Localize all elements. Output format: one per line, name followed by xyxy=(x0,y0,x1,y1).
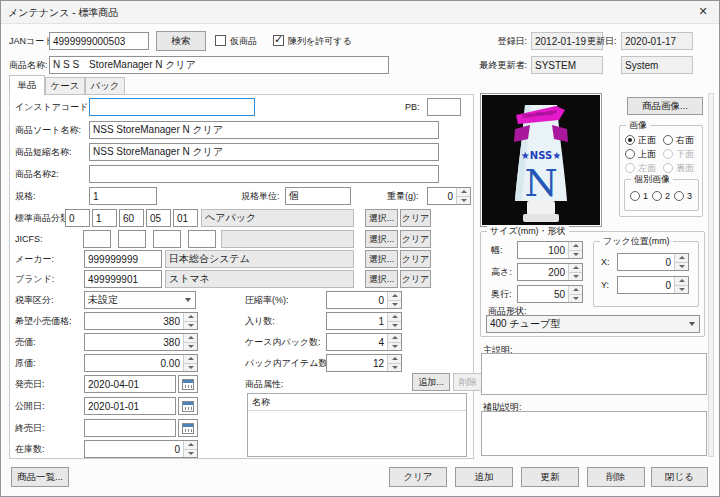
jan-code-input[interactable]: 4999999000503 xyxy=(49,32,149,50)
spinner-arrows-icon[interactable] xyxy=(183,355,197,371)
pb-input[interactable] xyxy=(427,98,461,116)
stock-stepper[interactable]: 0 xyxy=(84,440,198,458)
hook-x-stepper[interactable]: 0 xyxy=(617,253,689,271)
spinner-arrows-icon[interactable] xyxy=(568,264,582,280)
std-class-select-button[interactable]: 選択... xyxy=(365,209,398,227)
std-class-name: ヘアパック xyxy=(201,209,354,227)
release-date-calendar-button[interactable] xyxy=(178,375,198,393)
height-label: 高さ: xyxy=(491,265,512,279)
short-name-input[interactable]: NSS StoreManager N クリア xyxy=(89,143,439,161)
delete-button[interactable]: 削除 xyxy=(587,467,645,487)
height-stepper[interactable]: 200 xyxy=(517,263,583,281)
tab-pack[interactable]: パック xyxy=(85,77,125,95)
cost-stepper[interactable]: 0.00 xyxy=(84,354,198,372)
update-button[interactable]: 更新 xyxy=(521,467,579,487)
jicfs-code-2[interactable] xyxy=(118,230,146,248)
std-class-code-4[interactable]: 05 xyxy=(146,209,171,227)
product-list-button[interactable]: 商品一覧... xyxy=(11,467,69,487)
scrollbar[interactable] xyxy=(708,93,714,457)
spinner-arrows-icon[interactable] xyxy=(568,242,582,258)
msrp-stepper[interactable]: 380 xyxy=(84,312,198,330)
std-class-code-3[interactable]: 60 xyxy=(119,209,144,227)
tab-tanpin[interactable]: 単品 xyxy=(9,75,45,96)
std-class-code-2[interactable]: 1 xyxy=(92,209,117,227)
open-date-calendar-button[interactable] xyxy=(178,397,198,415)
compress-stepper[interactable]: 0 xyxy=(326,291,402,309)
spinner-arrows-icon[interactable] xyxy=(674,254,688,270)
maintenance-dialog: メンテナンス - 標準商品 ✕ JANコード: 4999999000503 検索… xyxy=(0,0,720,497)
spinner-arrows-icon[interactable] xyxy=(183,334,197,350)
attribute-add-button[interactable]: 追加... xyxy=(412,373,450,391)
tab-case[interactable]: ケース xyxy=(45,77,85,95)
price-label: 売価: xyxy=(15,335,36,349)
radio-icon xyxy=(625,163,635,173)
sub-desc-textarea[interactable] xyxy=(481,411,707,456)
brand-clear-button[interactable]: クリア xyxy=(400,270,431,288)
spinner-arrows-icon[interactable] xyxy=(387,313,401,329)
allow-display-checkbox[interactable] xyxy=(273,35,284,46)
jicfs-select-button[interactable]: 選択... xyxy=(365,230,398,248)
product-image-button[interactable]: 商品画像... xyxy=(627,97,703,115)
clear-button[interactable]: クリア xyxy=(389,467,447,487)
jicfs-code-3[interactable] xyxy=(153,230,181,248)
spinner-arrows-icon[interactable] xyxy=(183,313,197,329)
spec-unit-input[interactable]: 個 xyxy=(285,187,351,205)
release-date-input[interactable]: 2020-04-01 xyxy=(84,375,176,393)
brand-code-input[interactable]: 499999901 xyxy=(84,270,162,288)
spinner-arrows-icon[interactable] xyxy=(387,334,401,350)
jicfs-code-1[interactable] xyxy=(83,230,111,248)
spinner-arrows-icon[interactable] xyxy=(387,292,401,308)
add-button[interactable]: 追加 xyxy=(455,467,513,487)
casepack-stepper[interactable]: 4 xyxy=(326,333,402,351)
temp-product-checkbox[interactable] xyxy=(215,35,226,46)
maker-code-input[interactable]: 999999999 xyxy=(84,250,162,268)
hook-position-group-label: フック位置(mm) xyxy=(600,235,673,248)
individual-2-radio[interactable]: 2 xyxy=(652,190,670,202)
maker-clear-button[interactable]: クリア xyxy=(400,250,431,268)
view-top-radio[interactable]: 上面 xyxy=(625,148,656,160)
attribute-remove-button[interactable]: 削除 xyxy=(453,373,483,391)
spinner-arrows-icon[interactable] xyxy=(387,355,401,371)
view-right-radio[interactable]: 右面 xyxy=(663,134,694,146)
close-button[interactable]: 閉じる xyxy=(651,467,708,487)
spinner-arrows-icon[interactable] xyxy=(674,277,688,293)
tube-nss-text: ★NSS★ xyxy=(521,150,561,161)
name2-label: 商品名称2: xyxy=(15,167,59,181)
width-stepper[interactable]: 100 xyxy=(517,241,583,259)
name2-input[interactable] xyxy=(89,165,439,183)
weight-stepper[interactable]: 0 xyxy=(427,187,471,205)
spinner-arrows-icon[interactable] xyxy=(456,188,470,204)
view-front-radio[interactable]: 正面 xyxy=(625,134,656,146)
individual-3-radio[interactable]: 3 xyxy=(674,190,692,202)
spinner-arrows-icon[interactable] xyxy=(183,441,197,457)
jicfs-clear-button[interactable]: クリア xyxy=(400,230,431,248)
sort-name-input[interactable]: NSS StoreManager N クリア xyxy=(89,121,439,139)
std-class-code-5[interactable]: 01 xyxy=(173,209,198,227)
std-class-code-1[interactable]: 0 xyxy=(65,209,90,227)
tax-type-select[interactable]: 未設定 xyxy=(84,291,196,309)
std-class-clear-button[interactable]: クリア xyxy=(400,209,431,227)
depth-stepper[interactable]: 50 xyxy=(517,285,583,303)
product-name-input[interactable]: N S S StoreManager N クリア xyxy=(49,56,389,74)
open-date-input[interactable]: 2020-01-01 xyxy=(84,397,176,415)
price-stepper[interactable]: 380 xyxy=(84,333,198,351)
individual-1-radio[interactable]: 1 xyxy=(630,190,648,202)
brand-select-button[interactable]: 選択... xyxy=(365,270,398,288)
jicfs-code-4[interactable] xyxy=(188,230,216,248)
search-button[interactable]: 検索 xyxy=(156,31,206,51)
packitem-stepper[interactable]: 12 xyxy=(326,354,402,372)
qty-stepper[interactable]: 1 xyxy=(326,312,402,330)
close-icon[interactable]: ✕ xyxy=(687,1,719,22)
spinner-arrows-icon[interactable] xyxy=(568,286,582,302)
shape-select[interactable]: 400 チューブ型 xyxy=(486,315,700,333)
hook-y-stepper[interactable]: 0 xyxy=(617,276,689,294)
attribute-table[interactable]: 名称 xyxy=(247,393,467,457)
main-desc-textarea[interactable] xyxy=(481,353,707,395)
spec-input[interactable]: 1 xyxy=(89,187,157,205)
end-date-calendar-button[interactable] xyxy=(178,419,198,437)
size-shape-group-label: サイズ(mm)・形状 xyxy=(487,225,569,238)
end-date-input[interactable] xyxy=(84,419,176,437)
maker-select-button[interactable]: 選択... xyxy=(365,250,398,268)
sort-name-label: 商品ソート名称: xyxy=(15,123,81,137)
instore-code-input[interactable] xyxy=(89,98,255,116)
